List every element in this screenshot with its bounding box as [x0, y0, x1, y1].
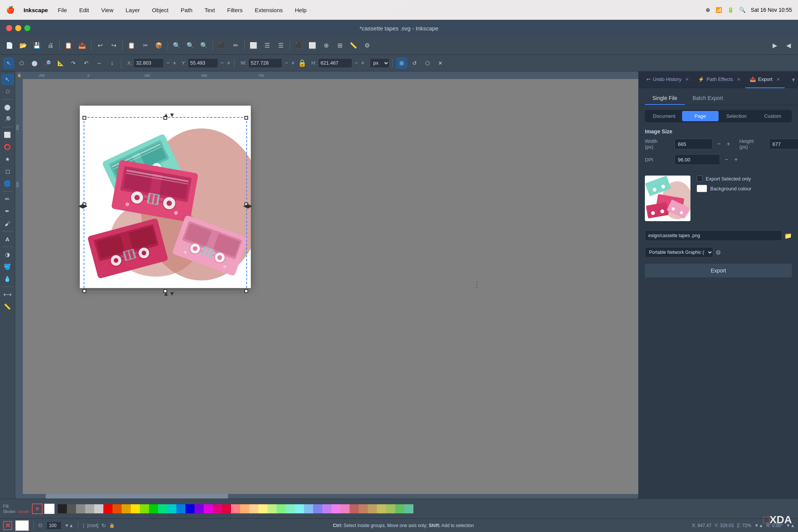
swatch-light-pink[interactable] — [340, 504, 350, 513]
preferences-button[interactable]: ⚙ — [361, 40, 374, 52]
swatch-light-orange[interactable] — [249, 504, 258, 513]
swatch-lightgray[interactable] — [85, 504, 94, 513]
show-handles-btn[interactable]: ⬡ — [422, 57, 433, 69]
handle-s[interactable] — [163, 289, 167, 293]
y-input[interactable] — [188, 58, 218, 68]
document-scope-tab[interactable]: Document — [646, 111, 682, 121]
bg-colour-swatch[interactable] — [697, 185, 707, 192]
width-increment[interactable]: + — [725, 141, 732, 147]
swatch-light-cyan[interactable] — [295, 504, 304, 513]
swatch-muted-red[interactable] — [350, 504, 359, 513]
w-input[interactable] — [248, 58, 282, 68]
node-tool-btn[interactable]: ⬡ — [16, 57, 27, 69]
swatch-gray[interactable] — [76, 504, 85, 513]
w-increment[interactable]: + — [290, 60, 295, 66]
swatch-light-red[interactable] — [231, 504, 240, 513]
redo-button[interactable]: ↪ — [107, 40, 120, 52]
swatch-light-blue[interactable] — [304, 504, 313, 513]
rotate-cw-btn[interactable]: ↷ — [68, 57, 79, 69]
no-fill-swatch[interactable]: ✕ — [32, 504, 43, 514]
unit-select[interactable]: px mm in — [370, 58, 390, 68]
node-tool[interactable]: ⬡ — [1, 86, 14, 97]
ellipse-tool[interactable]: ⭕ — [1, 141, 14, 153]
gradient-tool[interactable]: ◑ — [1, 249, 14, 260]
deselect-btn[interactable]: ✕ — [435, 57, 446, 69]
swatch-muted-orange[interactable] — [359, 504, 368, 513]
group-button[interactable]: ⬜ — [247, 40, 260, 52]
handle-se[interactable] — [244, 289, 248, 293]
swatch-dark-blue[interactable] — [185, 504, 195, 513]
menu-extensions[interactable]: Extensions — [253, 6, 285, 14]
white-swatch[interactable] — [44, 504, 55, 514]
swatch-light-magenta[interactable] — [331, 504, 340, 513]
cut-button[interactable]: ✂ — [139, 40, 152, 52]
export-action-button[interactable]: Export — [645, 264, 792, 277]
path-effects-tab[interactable]: ⚡ Path Effects ✕ — [694, 71, 745, 88]
swatch-red[interactable] — [103, 504, 112, 513]
horizontal-scrollbar[interactable] — [23, 494, 638, 499]
paint-tool[interactable]: 🖌 — [1, 218, 14, 229]
zoom-tool[interactable]: 🔎 — [1, 114, 14, 125]
control-center-icon[interactable]: ⊕ — [706, 7, 710, 13]
align-button[interactable]: ☰ — [261, 40, 274, 52]
x-input[interactable] — [133, 58, 164, 68]
select-tool[interactable]: ↖ — [1, 74, 14, 85]
save-button[interactable]: 💾 — [30, 40, 43, 52]
copy-button[interactable]: 📋 — [125, 40, 138, 52]
panel-expand-btn[interactable]: ▾ — [792, 76, 795, 83]
dpi-increment[interactable]: + — [733, 156, 739, 163]
fill-button[interactable]: ⬛ — [215, 40, 228, 52]
format-select[interactable]: Portable Network Graphic (*.png) JPEG SV… — [645, 247, 713, 258]
scrollbar-thumb[interactable] — [46, 494, 228, 499]
swatch-muted-amber[interactable] — [368, 504, 377, 513]
bezier-tool[interactable]: ✒ — [1, 206, 14, 217]
export-selected-checkbox[interactable] — [697, 176, 703, 182]
swatch-pink[interactable] — [213, 504, 222, 513]
print-button[interactable]: 🖨 — [44, 40, 57, 52]
height-input[interactable] — [769, 139, 798, 149]
swatch-blue[interactable] — [176, 504, 185, 513]
h-increment[interactable]: + — [360, 60, 365, 66]
swatch-muted-yellow[interactable] — [377, 504, 386, 513]
swatch-black[interactable] — [58, 504, 67, 513]
swatch-yellow[interactable] — [131, 504, 140, 513]
swatch-muted-teal[interactable] — [404, 504, 413, 513]
y-decrement[interactable]: − — [220, 60, 225, 66]
swatch-light-green[interactable] — [277, 504, 286, 513]
w-decrement[interactable]: − — [284, 60, 289, 66]
menu-file[interactable]: File — [55, 6, 69, 14]
menu-help[interactable]: Help — [293, 6, 309, 14]
3d-tool[interactable]: ◻ — [1, 166, 14, 177]
guides-button[interactable]: 📏 — [347, 40, 360, 52]
selection-scope-tab[interactable]: Selection — [719, 111, 755, 121]
star-tool[interactable]: ★ — [1, 154, 14, 165]
swatch-purple[interactable] — [195, 504, 204, 513]
text-tool[interactable]: A — [1, 233, 14, 245]
dpi-decrement[interactable]: − — [723, 156, 730, 163]
rotate-handle-btn[interactable]: ↺ — [409, 57, 420, 69]
swatch-cyan[interactable] — [167, 504, 176, 513]
paste-button[interactable]: 📦 — [152, 40, 165, 52]
menu-text[interactable]: Text — [202, 6, 217, 14]
swatch-teal-green[interactable] — [158, 504, 167, 513]
swatch-lavender[interactable] — [322, 504, 331, 513]
dropper-tool[interactable]: 💧 — [1, 273, 14, 285]
export-tab[interactable]: 📤 Export ✕ — [745, 71, 785, 88]
x-increment[interactable]: + — [172, 60, 177, 66]
h-input[interactable] — [318, 58, 352, 68]
batch-export-tab[interactable]: Batch Export — [685, 92, 730, 105]
zoom-tool-btn[interactable]: 🔎 — [42, 57, 53, 69]
y-increment[interactable]: + — [226, 60, 231, 66]
single-file-tab[interactable]: Single File — [645, 92, 685, 105]
export-button[interactable]: 📤 — [76, 40, 89, 52]
zoom-stepper[interactable]: ▼▲ — [754, 523, 763, 528]
swatch-magenta[interactable] — [204, 504, 213, 513]
browse-button[interactable]: 📁 — [784, 232, 792, 239]
import-button[interactable]: 📋 — [62, 40, 75, 52]
swatch-yellow-green[interactable] — [140, 504, 149, 513]
swatch-darkgray[interactable] — [67, 504, 76, 513]
format-settings-button[interactable]: ⚙ — [716, 249, 721, 256]
zoom-out-button[interactable]: 🔍 — [184, 40, 197, 52]
opacity-input[interactable] — [46, 521, 62, 530]
width-input[interactable] — [674, 139, 712, 149]
